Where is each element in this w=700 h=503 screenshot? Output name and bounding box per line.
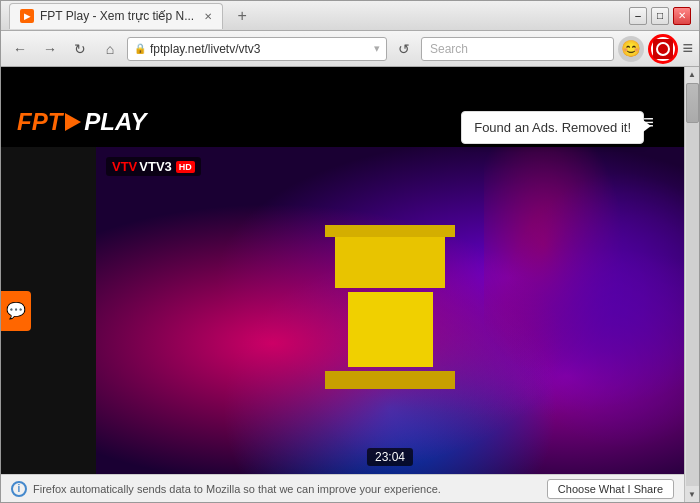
scroll-thumb[interactable] <box>686 83 699 123</box>
chat-icon: 💬 <box>6 301 26 320</box>
url-text: fptplay.net/livetv/vtv3 <box>150 42 261 56</box>
tab-favicon: ▶ <box>20 9 34 23</box>
status-message: Firefox automatically sends data to Mozi… <box>33 483 541 495</box>
video-container: 💬 VTV VTV3 HD <box>1 147 684 474</box>
logo-play-text: PL <box>84 108 115 136</box>
trophy-visual <box>325 233 455 389</box>
back-button[interactable]: ← <box>7 36 33 62</box>
top-black-bar <box>1 67 684 97</box>
window-controls: – □ ✕ <box>629 7 691 25</box>
choose-share-button[interactable]: Choose What I Share <box>547 479 674 499</box>
new-tab-button[interactable]: + <box>229 5 255 27</box>
scroll-track[interactable] <box>686 83 699 486</box>
chat-widget-button[interactable]: 💬 <box>1 291 31 331</box>
video-frame: VTV VTV3 HD <box>96 147 684 474</box>
extension-button[interactable] <box>648 34 678 64</box>
active-tab[interactable]: ▶ FPT Play - Xem trực tiếp N... ✕ <box>9 3 223 29</box>
trophy-top-rim <box>325 225 455 237</box>
ads-removed-tooltip: Found an Ads. Removed it! <box>461 111 644 144</box>
maximize-button[interactable]: □ <box>651 7 669 25</box>
fpt-header: FPT PL AY Found an Ads. Removed it! ≡ <box>1 97 684 147</box>
logo-fpt-text: FPT <box>17 108 62 136</box>
lock-icon: 🔒 <box>134 43 146 54</box>
extension-inner <box>653 39 673 59</box>
menu-button[interactable]: ≡ <box>682 38 693 59</box>
trophy-middle-block <box>348 292 433 367</box>
tab-close-button[interactable]: ✕ <box>204 11 212 22</box>
trophy-top-block <box>335 233 445 288</box>
logo-ay-text: AY <box>115 108 147 136</box>
dropdown-arrow[interactable]: ▾ <box>374 42 380 55</box>
play-triangle-icon <box>65 113 81 131</box>
home-button[interactable]: ⌂ <box>97 36 123 62</box>
info-icon: i <box>11 481 27 497</box>
nav-bar: ← → ↻ ⌂ 🔒 fptplay.net/livetv/vtv3 ▾ ↺ Se… <box>1 31 699 67</box>
title-bar: ▶ FPT Play - Xem trực tiếp N... ✕ + – □ … <box>1 1 699 31</box>
scroll-down-arrow[interactable]: ▼ <box>685 487 700 502</box>
nav-right: 😊 ≡ <box>618 34 693 64</box>
search-bar[interactable]: Search <box>421 37 614 61</box>
address-bar[interactable]: 🔒 fptplay.net/livetv/vtv3 ▾ <box>127 37 387 61</box>
tab-title: FPT Play - Xem trực tiếp N... <box>40 9 194 23</box>
forward-button[interactable]: → <box>37 36 63 62</box>
video-person-overlay <box>484 147 684 474</box>
search-placeholder: Search <box>430 42 468 56</box>
scrollbar: ▲ ▼ <box>684 67 699 502</box>
fpt-logo: FPT PL AY <box>17 108 147 136</box>
video-timestamp: 23:04 <box>367 448 413 466</box>
reload-button[interactable]: ↺ <box>391 36 417 62</box>
close-button[interactable]: ✕ <box>673 7 691 25</box>
title-bar-left: ▶ FPT Play - Xem trực tiếp N... ✕ + <box>9 3 629 29</box>
ads-removed-text: Found an Ads. Removed it! <box>474 120 631 135</box>
page-content: FPT PL AY Found an Ads. Removed it! ≡ 💬 <box>1 67 684 502</box>
browser-window: ▶ FPT Play - Xem trực tiếp N... ✕ + – □ … <box>0 0 700 503</box>
trophy-base <box>325 371 455 389</box>
scroll-up-arrow[interactable]: ▲ <box>685 67 700 82</box>
minimize-button[interactable]: – <box>629 7 647 25</box>
browser-main: FPT PL AY Found an Ads. Removed it! ≡ 💬 <box>1 67 699 502</box>
status-bar: i Firefox automatically sends data to Mo… <box>1 474 684 502</box>
refresh-button[interactable]: ↻ <box>67 36 93 62</box>
profile-icon[interactable]: 😊 <box>618 36 644 62</box>
